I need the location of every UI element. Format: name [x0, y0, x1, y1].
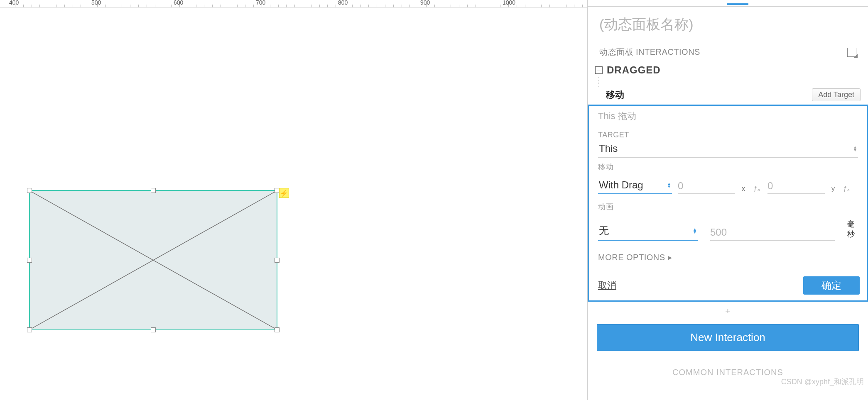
target-select[interactable]: This ▲▼	[598, 141, 858, 158]
placeholder-cross-icon	[30, 191, 277, 329]
tab-interactions[interactable]	[727, 0, 748, 5]
ms-label: 毫秒	[847, 219, 858, 241]
x-label: x	[741, 185, 746, 194]
target-label: TARGET	[598, 131, 858, 139]
drag-dots-icon: ⋮⋮	[588, 78, 868, 85]
ruler-tick-label: 800	[338, 0, 348, 6]
collapse-event-icon[interactable]: −	[595, 66, 603, 74]
move-mode-value: With Drag	[599, 179, 643, 191]
watermark: CSDN @xyphf_和派孔明	[781, 377, 864, 387]
action-name: 移动	[606, 89, 624, 101]
chevron-updown-icon: ▲▼	[667, 182, 671, 188]
fx-y-icon[interactable]: ƒₓ	[841, 185, 851, 194]
more-options-toggle[interactable]: MORE OPTIONS ▸	[589, 241, 867, 266]
action-summary: This 拖动	[589, 106, 867, 127]
animation-select[interactable]: 无 ▲▼	[598, 222, 698, 241]
move-label: 移动	[598, 162, 858, 172]
common-interactions-label: COMMON INTERACTIONS	[588, 351, 868, 377]
cancel-button[interactable]: 取消	[598, 279, 616, 292]
y-label: y	[831, 185, 836, 194]
resize-handle-w[interactable]	[27, 258, 32, 263]
resize-handle-n[interactable]	[151, 188, 156, 193]
ruler-tick-label: 900	[420, 0, 430, 6]
interactions-section-label: 动态面板 INTERACTIONS	[599, 46, 700, 58]
new-interaction-button[interactable]: New Interaction	[597, 324, 859, 351]
x-input[interactable]: 0	[678, 180, 735, 194]
canvas-area[interactable]: 400 500 600 700 800 900 1000 ⚡	[0, 0, 587, 400]
ruler-tick-label: 700	[256, 0, 265, 6]
expand-panel-icon[interactable]	[847, 48, 856, 57]
chevron-updown-icon: ▲▼	[853, 146, 857, 151]
selected-dynamic-panel[interactable]: ⚡	[29, 190, 277, 330]
ruler-tick-label: 600	[174, 0, 183, 6]
animation-value: 无	[599, 224, 609, 237]
resize-handle-s[interactable]	[151, 327, 156, 332]
ruler-tick-label: 500	[91, 0, 101, 6]
ruler-tick-label: 400	[9, 0, 19, 6]
event-name: DRAGGED	[607, 64, 661, 76]
resize-handle-se[interactable]	[275, 327, 280, 332]
resize-handle-sw[interactable]	[27, 327, 32, 332]
ruler-horizontal: 400 500 600 700 800 900 1000	[0, 0, 587, 7]
animation-label: 动画	[598, 202, 858, 212]
resize-handle-e[interactable]	[275, 258, 280, 263]
resize-handle-nw[interactable]	[27, 188, 32, 193]
ok-button[interactable]: 确定	[803, 276, 860, 295]
duration-input[interactable]: 500	[710, 227, 835, 241]
y-input[interactable]: 0	[767, 180, 825, 194]
chevron-updown-icon: ▲▼	[693, 228, 697, 234]
add-action-button[interactable]: +	[588, 302, 868, 324]
target-value: This	[599, 143, 618, 154]
interaction-badge-icon[interactable]: ⚡	[279, 188, 289, 198]
add-target-button[interactable]: Add Target	[812, 88, 861, 101]
action-config-panel: This 拖动 TARGET This ▲▼ 移动 With Drag ▲▼ 0…	[588, 105, 868, 302]
element-name-input[interactable]: (动态面板名称)	[599, 15, 856, 34]
move-mode-select[interactable]: With Drag ▲▼	[598, 178, 672, 194]
panel-tabs	[588, 0, 868, 7]
inspector-panel: (动态面板名称) 动态面板 INTERACTIONS − DRAGGED ⋮⋮ …	[587, 0, 868, 400]
ruler-tick-label: 1000	[503, 0, 515, 6]
fx-x-icon[interactable]: ƒₓ	[752, 185, 762, 194]
